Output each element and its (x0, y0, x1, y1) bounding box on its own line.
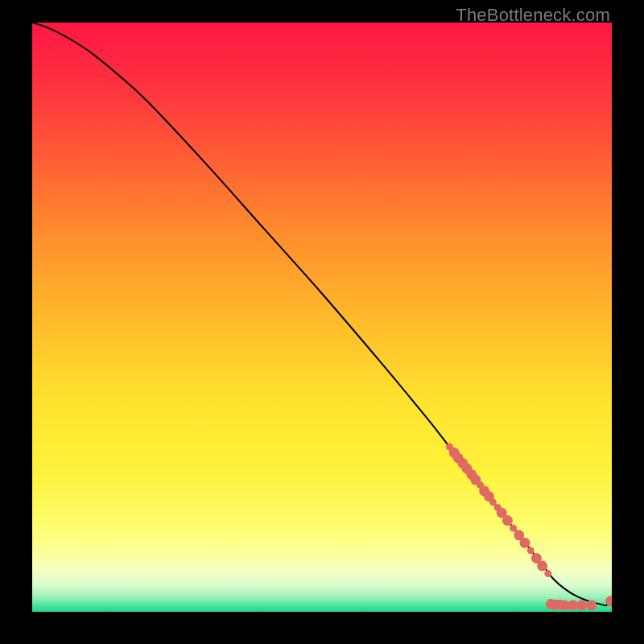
marker-point (576, 600, 587, 610)
marker-point (502, 515, 513, 526)
marker-point (520, 538, 530, 548)
gradient-background (32, 23, 612, 612)
chart-svg (32, 23, 612, 612)
chart-stage: TheBottleneck.com (0, 0, 644, 644)
marker-point (544, 570, 551, 577)
marker-point (586, 600, 597, 610)
plot-area (32, 23, 612, 612)
marker-point (510, 525, 517, 532)
marker-point (537, 560, 547, 571)
marker-point (527, 547, 535, 554)
